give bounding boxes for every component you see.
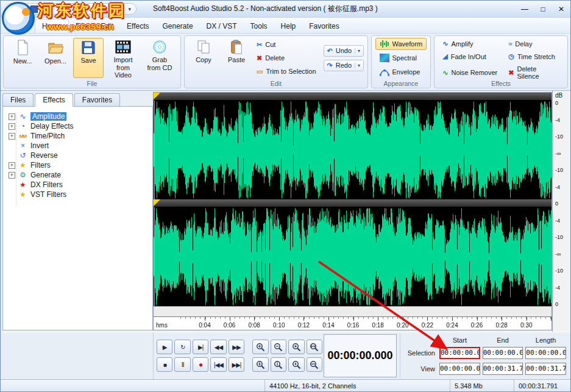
expand-icon[interactable]: + <box>9 123 15 130</box>
envelope-icon <box>380 68 389 76</box>
view-end-field[interactable] <box>483 363 523 375</box>
forward-button[interactable]: ▶▶ <box>229 340 244 354</box>
time-stretch-button[interactable]: ◷ Time Stretch <box>504 51 564 62</box>
expand-icon[interactable]: + <box>9 113 15 120</box>
stop-icon: ■ <box>163 362 166 368</box>
undo-button[interactable]: ↶ Undo ▾ <box>324 45 364 57</box>
play-file-button[interactable]: ▶| <box>193 340 208 354</box>
expand-icon[interactable]: + <box>9 172 15 179</box>
import-from-video-button[interactable]: Import from Video <box>106 38 140 78</box>
fade-in-out-button[interactable]: ◢ Fade In/Out <box>438 51 502 62</box>
db-tick-label: 0 <box>555 100 570 106</box>
forward-icon: ▶▶ <box>232 344 240 351</box>
quick-save-icon[interactable] <box>30 5 38 13</box>
save-button[interactable]: Save <box>73 38 104 78</box>
quick-new-icon[interactable] <box>11 5 18 13</box>
menu-edit[interactable]: Edit <box>94 20 120 33</box>
zoom-in-vertical-button[interactable] <box>252 357 268 372</box>
undo-dropdown-icon[interactable]: ▾ <box>355 48 360 54</box>
time-ruler[interactable]: hms0:040:060:080:100:120:140:160:180:200… <box>154 316 551 330</box>
delay-button[interactable]: ≈ Delay <box>504 38 564 49</box>
record-button[interactable]: ● <box>193 357 208 372</box>
amplify-button[interactable]: ∿ Amplify <box>438 38 502 49</box>
selection-length-field[interactable] <box>525 347 566 359</box>
star-icon: ★ <box>18 190 27 199</box>
zoom-out-vertical-button[interactable] <box>271 357 286 372</box>
delete-label: Delete <box>265 54 285 62</box>
view-length-field[interactable] <box>525 363 566 375</box>
trim-to-selection-button[interactable]: ▭ Trim to Selection <box>254 67 319 76</box>
copy-button[interactable]: Copy <box>188 38 219 78</box>
zoom-out-button[interactable] <box>271 340 286 354</box>
marker-bar-channel-1[interactable] <box>154 93 551 101</box>
play-button[interactable]: ▶ <box>157 340 172 354</box>
view-row-label: View <box>402 365 437 372</box>
quick-access-toolbar[interactable]: ▾ <box>5 3 137 15</box>
tree-item-filters[interactable]: + ★ Filters <box>5 160 150 170</box>
ruler-tick-label: 0:28 <box>495 322 507 329</box>
waveform-channel-left[interactable] <box>154 101 551 199</box>
menu-dx-vst[interactable]: DX / VST <box>200 20 244 33</box>
tab-effects[interactable]: Effects <box>35 93 73 107</box>
menu-favorites[interactable]: Favorites <box>302 20 346 33</box>
tree-item-invert[interactable]: × Invert <box>5 141 150 151</box>
new-button[interactable]: New... <box>7 38 38 78</box>
zoom-selection-button[interactable] <box>307 340 322 354</box>
delete-silence-button[interactable]: ✖ Delete Silence <box>504 63 564 82</box>
menu-file[interactable]: File <box>69 20 94 33</box>
waveform-scroll-strip[interactable] <box>154 306 551 316</box>
grab-from-cd-button[interactable]: Grab from CD <box>143 38 177 78</box>
redo-dropdown-icon[interactable]: ▾ <box>355 63 360 68</box>
tree-item-reverse[interactable]: ↺ Reverse <box>5 151 150 160</box>
menu-effects[interactable]: Effects <box>120 20 155 33</box>
zoom-custom-button[interactable] <box>288 340 304 354</box>
spectral-view-button[interactable]: Spectral <box>375 52 427 64</box>
menu-generate[interactable]: Generate <box>156 20 200 33</box>
tree-item-generate[interactable]: + ⚙ Generate <box>5 170 150 180</box>
waveform-view-button[interactable]: Waveform <box>375 38 427 50</box>
stop-button[interactable]: ■ <box>157 357 172 372</box>
tab-files[interactable]: Files <box>2 93 34 106</box>
minimize-button[interactable]: — <box>516 2 534 16</box>
close-button[interactable]: ✕ <box>552 2 570 16</box>
tree-item-vst-filters[interactable]: ★ VST Filters <box>5 190 150 199</box>
ruler-tick-label: 0:12 <box>298 322 310 329</box>
paste-button[interactable]: Paste <box>221 38 252 78</box>
quick-access-dropdown-icon[interactable]: ▾ <box>128 6 131 12</box>
selection-end-field[interactable] <box>483 347 523 359</box>
go-to-start-button[interactable]: |◀◀ <box>210 357 226 372</box>
zoom-in-button[interactable] <box>252 340 268 354</box>
rewind-button[interactable]: ◀◀ <box>210 340 226 354</box>
tree-item-delay-effects[interactable]: + ◔ Delay Effects <box>5 121 150 131</box>
tab-favorites[interactable]: Favorites <box>74 93 120 106</box>
quick-open-icon[interactable] <box>21 5 28 13</box>
envelope-view-button[interactable]: Envelope <box>375 66 427 78</box>
quick-wave-icon[interactable] <box>40 5 48 13</box>
menu-tools[interactable]: Tools <box>244 20 274 33</box>
view-start-field[interactable] <box>439 363 480 375</box>
delete-button[interactable]: ✖ Delete <box>254 54 319 63</box>
expand-icon[interactable]: + <box>9 133 15 140</box>
group-caption-file: File <box>4 80 180 87</box>
tree-item-amplitude[interactable]: + ∿ Amplitude <box>5 112 150 121</box>
cut-button[interactable]: ✂ Cut <box>254 40 319 49</box>
waveform-editor[interactable]: hms0:040:060:080:100:120:140:160:180:200… <box>153 92 552 330</box>
menu-home[interactable]: Home <box>35 19 69 33</box>
redo-button[interactable]: ↷ Redo ▾ <box>324 60 364 71</box>
pause-button[interactable]: Ⅱ <box>174 357 190 372</box>
maximize-button[interactable]: □ <box>534 2 552 16</box>
marker-bar-channel-2[interactable] <box>154 199 551 207</box>
waveform-channel-right[interactable] <box>154 207 551 306</box>
go-to-end-button[interactable]: ▶▶| <box>229 357 244 372</box>
loop-play-button[interactable]: ↻ <box>174 340 190 354</box>
open-button[interactable]: Open... <box>40 38 71 78</box>
star-icon: ★ <box>18 161 27 169</box>
zoom-fit-button[interactable] <box>307 357 322 372</box>
tree-item-time-pitch[interactable]: + MM Time/Pitch <box>5 131 150 141</box>
noise-remover-button[interactable]: ∿ Noise Remover <box>438 63 502 82</box>
selection-start-field[interactable] <box>439 347 480 359</box>
tree-item-dx-filters[interactable]: ★ DX Filters <box>5 180 150 190</box>
expand-icon[interactable]: + <box>9 162 15 169</box>
zoom-normal-button[interactable] <box>288 357 304 372</box>
menu-help[interactable]: Help <box>274 20 303 33</box>
